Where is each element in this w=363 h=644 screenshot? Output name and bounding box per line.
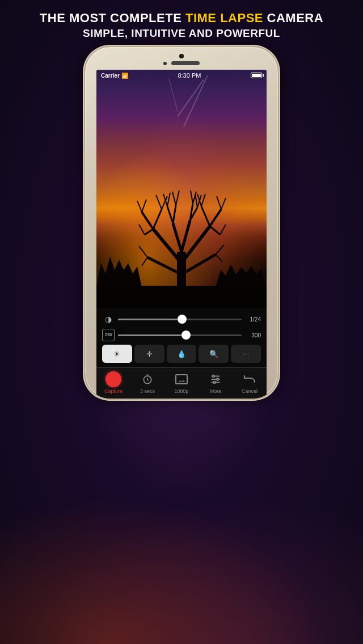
svg-line-19 <box>217 196 221 209</box>
battery-fill <box>252 74 261 77</box>
exposure-icon: ☀ <box>113 350 120 358</box>
status-time: 8:30 PM <box>178 72 201 79</box>
svg-line-28 <box>173 205 176 223</box>
svg-point-44 <box>213 375 215 378</box>
iso-slider-thumb[interactable] <box>182 331 191 340</box>
vapor-trail-3 <box>168 79 178 112</box>
zoom-tool-button[interactable]: 🔍 <box>199 345 229 363</box>
undo-icon <box>243 372 256 386</box>
svg-line-21 <box>201 194 205 206</box>
svg-line-38 <box>195 194 197 207</box>
capture-icon-wrap <box>105 371 121 387</box>
svg-line-15 <box>139 224 145 235</box>
svg-line-10 <box>210 226 220 235</box>
svg-line-9 <box>201 206 210 226</box>
shutter-slider-thumb[interactable] <box>178 315 187 324</box>
shutter-icon: ◑ <box>102 313 115 325</box>
status-left: Carrier 📶 <box>101 73 128 79</box>
svg-line-8 <box>210 209 221 226</box>
svg-line-12 <box>142 200 146 212</box>
svg-line-7 <box>145 229 153 235</box>
quality-icon-wrap <box>175 371 188 387</box>
dots-icon: ··· <box>242 350 250 358</box>
droplet-icon: 💧 <box>177 350 186 358</box>
iso-value: 300 <box>245 332 261 338</box>
app-headline: The most complete time lapse camera simp… <box>28 0 335 47</box>
iso-icon: ISO <box>102 329 115 341</box>
svg-line-27 <box>167 206 173 223</box>
controls-panel: ◑ 1/24 ISO 300 ☀ <box>96 308 267 367</box>
svg-line-32 <box>167 193 170 206</box>
timer-icon-wrap <box>142 371 153 387</box>
svg-line-11 <box>137 201 142 212</box>
svg-line-35 <box>191 190 193 204</box>
droplet-tool-button[interactable]: 💧 <box>167 345 197 363</box>
shutter-slider-row: ◑ 1/24 <box>102 313 261 325</box>
speaker-row <box>163 61 200 65</box>
tab-bar: Capture 3 secs 1080p <box>96 367 267 399</box>
zoom-icon: 🔍 <box>209 350 218 358</box>
carrier-label: Carrier <box>101 73 120 79</box>
phone-frame: Carrier 📶 8:30 PM <box>85 47 278 399</box>
sliders-icon <box>209 374 222 385</box>
tab-timer[interactable]: 3 secs <box>130 371 164 394</box>
svg-line-34 <box>176 190 179 205</box>
svg-line-26 <box>182 221 190 252</box>
svg-line-13 <box>156 195 162 209</box>
tab-cancel[interactable]: Cancel <box>233 371 267 394</box>
clock-icon <box>142 374 153 385</box>
phone-screen: Carrier 📶 8:30 PM <box>96 70 267 399</box>
battery-icon <box>251 73 262 78</box>
iso-slider-track[interactable] <box>118 334 242 336</box>
shutter-slider-track[interactable] <box>118 319 242 320</box>
svg-line-5 <box>142 212 153 229</box>
svg-line-6 <box>153 209 162 229</box>
svg-point-45 <box>217 378 219 380</box>
tools-row: ☀ ✛ 💧 🔍 ··· <box>102 345 261 363</box>
svg-line-24 <box>216 255 222 262</box>
timer-label: 3 secs <box>140 388 155 394</box>
quality-label: 1080p <box>174 388 188 394</box>
svg-line-17 <box>142 257 147 266</box>
camera-viewfinder[interactable] <box>96 70 267 308</box>
front-camera-icon <box>179 54 184 58</box>
shutter-slider-fill <box>118 319 182 320</box>
ground-silhouette <box>96 286 267 308</box>
exposure-tool-button[interactable]: ☀ <box>102 345 132 363</box>
headline-line1: The most complete time lapse camera <box>40 10 323 27</box>
focus-tool-button[interactable]: ✛ <box>134 345 164 363</box>
phone-top <box>85 47 278 65</box>
iso-slider-fill <box>118 334 186 336</box>
tab-quality[interactable]: 1080p <box>164 371 199 394</box>
tab-capture[interactable]: Capture <box>96 371 130 394</box>
focus-icon: ✛ <box>146 350 153 358</box>
cancel-icon-wrap <box>243 371 256 387</box>
svg-line-25 <box>173 223 182 252</box>
more-tool-button[interactable]: ··· <box>231 345 261 363</box>
svg-point-46 <box>213 382 216 384</box>
capture-label: Capture <box>104 388 123 394</box>
small-trees-left-icon <box>96 253 142 287</box>
shutter-value: 1/24 <box>245 316 261 323</box>
svg-line-3 <box>147 257 182 274</box>
capture-record-button[interactable] <box>105 371 121 387</box>
more-icon-wrap <box>209 371 222 387</box>
svg-line-23 <box>216 245 224 255</box>
svg-line-18 <box>221 198 226 209</box>
iso-slider-row: ISO 300 <box>102 329 261 341</box>
svg-line-33 <box>172 192 176 205</box>
more-label: More <box>210 388 222 394</box>
headline-line2: simple, intuitive and powerful <box>40 27 323 41</box>
svg-line-22 <box>220 224 226 235</box>
cancel-label: Cancel <box>242 388 258 394</box>
sensor-icon <box>163 62 167 65</box>
image-icon <box>175 374 188 384</box>
svg-line-16 <box>139 246 147 257</box>
wifi-icon: 📶 <box>121 73 128 79</box>
earpiece-speaker <box>171 61 200 65</box>
status-bar: Carrier 📶 8:30 PM <box>96 70 267 81</box>
tab-more[interactable]: More <box>199 371 233 394</box>
